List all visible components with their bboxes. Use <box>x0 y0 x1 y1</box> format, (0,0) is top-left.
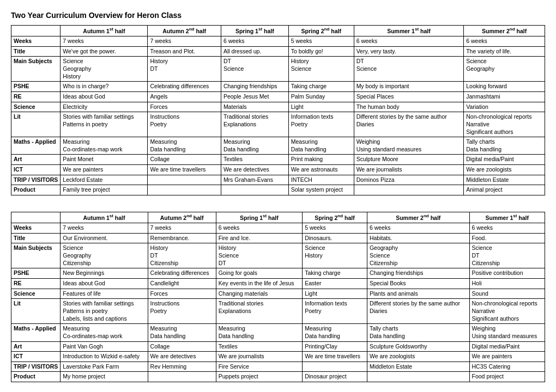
table-row: ArtPaint MonetCollageTextilesPrint makin… <box>11 155 545 165</box>
table-cell: Celebrating differences <box>148 268 216 279</box>
table-cell: Traditional storiesExplanations <box>216 299 302 324</box>
table-cell: Dinosaurs. <box>303 233 367 243</box>
row-label: Weeks <box>11 36 61 47</box>
table-cell <box>148 175 221 185</box>
column-header-5: Summer 1st half <box>354 26 464 36</box>
row-label: ICT <box>11 352 61 362</box>
table-cell: Sculpture Goldsworthy <box>367 341 469 352</box>
table-cell: INTECH <box>288 175 354 185</box>
table-cell: Middleton Estate <box>464 175 545 185</box>
table-cell: Rev Hemming <box>148 362 216 372</box>
table-cell: Dominos Pizza <box>354 175 464 185</box>
table-cell: DTScience <box>221 57 288 82</box>
table-cell: We are detectives <box>221 165 288 175</box>
table-cell: Angels <box>148 91 221 102</box>
table-cell: MeasuringData handling <box>288 137 354 155</box>
table-cell: GeographyScienceCitizenship <box>367 243 469 268</box>
header-empty <box>11 26 61 36</box>
table-cell <box>148 372 216 382</box>
table-cell: MeasuringData handling <box>148 324 216 341</box>
table-cell: Laverstoke Park Farm <box>61 362 148 372</box>
table-cell: Special Books <box>367 279 469 289</box>
table-cell: Paint Monet <box>61 155 148 165</box>
table-cell: MeasuringCo-ordinates-map work <box>61 137 148 155</box>
table-cell: Ideas about God <box>61 279 148 289</box>
column-header-1: Autumn 1st half <box>61 212 148 223</box>
table-cell: Features of life <box>61 289 148 299</box>
table-cell: InstructionsPoetry <box>148 299 216 324</box>
table-cell: Candlelight <box>148 279 216 289</box>
table-cell: We are detectives <box>148 352 216 362</box>
table-cell: Traditional storiesExplanations <box>221 112 288 137</box>
table-cell: Tally chartsData handling <box>367 324 469 341</box>
table-row: TRIP / VISITORSLaverstoke Park FarmRev H… <box>11 362 545 372</box>
table-cell: People Jesus Met <box>221 91 288 102</box>
table-cell <box>148 185 221 195</box>
table-cell: Introduction to Wizkid e-safety <box>61 352 148 362</box>
table-cell: We are painters <box>469 352 545 362</box>
table-cell: MeasuringData handling <box>216 324 302 341</box>
table-cell: My home project <box>61 372 148 382</box>
table-cell: MeasuringCo-ordinates-map work <box>61 324 148 341</box>
table-cell: 6 weeks <box>221 36 288 47</box>
table-cell: HistoryScienceDT <box>216 243 302 268</box>
table-cell: All dressed up. <box>221 46 288 57</box>
table-cell: Puppets project <box>216 372 302 382</box>
table-cell: We are painters <box>61 165 148 175</box>
table-cell: 7 weeks <box>61 223 148 234</box>
table-cell: Taking charge <box>288 82 354 92</box>
table-row: Maths - AppliedMeasuringCo-ordinates-map… <box>11 137 545 155</box>
table-cell: We are time travellers <box>303 352 367 362</box>
table-cell: Sculpture Moore <box>354 155 464 165</box>
table-cell: ScienceHistory <box>303 243 367 268</box>
row-label: Title <box>11 233 61 243</box>
table-cell: Changing materials <box>216 289 302 299</box>
table-cell: Mrs Graham-Evans <box>221 175 288 185</box>
table-cell: Food project <box>469 372 545 382</box>
table-cell: WeighingUsing standard measures <box>469 324 545 341</box>
table-cell: Collage <box>148 341 216 352</box>
table-cell: ScienceGeographyHistory <box>61 57 148 82</box>
table-cell: Food. <box>469 233 545 243</box>
table-row: LitStories with familiar settingsPattern… <box>11 112 545 137</box>
table-row: Weeks7 weeks7 weeks6 weeks5 weeks6 weeks… <box>11 223 545 234</box>
row-label: Art <box>11 155 61 165</box>
table-cell: We are journalists <box>354 165 464 175</box>
table-cell <box>303 362 367 372</box>
table-cell: Taking charge <box>303 268 367 279</box>
table-row: ICTIntroduction to Wizkid e-safetyWe are… <box>11 352 545 362</box>
row-label: Science <box>11 102 61 112</box>
table-cell: Electricity <box>61 102 148 112</box>
table-row: PSHENew BeginningsCelebrating difference… <box>11 268 545 279</box>
table-cell: Ideas about God <box>61 91 148 102</box>
table-row: TRIP / VISITORSLeckford EstateMrs Graham… <box>11 175 545 185</box>
table-cell: MeasuringData handling <box>221 137 288 155</box>
table-cell: Plants and animals <box>367 289 469 299</box>
table-cell: Non-chronological reportsNarrativeSignif… <box>469 299 545 324</box>
table-cell: WeighingUsing standard measures <box>354 137 464 155</box>
row-label: Main Subjects <box>11 57 61 82</box>
table-cell: Habitats. <box>367 233 469 243</box>
table-cell: Materials <box>221 102 288 112</box>
table-row: TitleOur Environment.Remembrance.Fire an… <box>11 233 545 243</box>
table-cell: Paint Van Gogh <box>61 341 148 352</box>
table-cell: DTScience <box>354 57 464 82</box>
table-row: Main SubjectsScienceGeographyHistoryHist… <box>11 57 545 82</box>
table-cell: Stories with familiar settingsPatterns i… <box>61 112 148 137</box>
table-cell: We are time travellers <box>148 165 221 175</box>
table-cell: Light <box>288 102 354 112</box>
column-header-5: Summer 2nd half <box>367 212 469 223</box>
row-label: Art <box>11 341 61 352</box>
page-title: Two Year Curriculum Overview for Heron C… <box>11 11 545 20</box>
table-row: REIdeas about GodCandlelightKey events i… <box>11 279 545 289</box>
row-label: Maths - Applied <box>11 324 61 341</box>
table-cell: Middleton Estate <box>367 362 469 372</box>
row-label: PSHE <box>11 268 61 279</box>
table-cell: MeasuringData handling <box>148 137 221 155</box>
table-row: ProductFamily tree projectSolar system p… <box>11 185 545 195</box>
table-cell: Information textsPoetry <box>303 299 367 324</box>
table-cell: Forces <box>148 102 221 112</box>
column-header-6: Summer 1st half <box>469 212 545 223</box>
table-cell: We've got the power. <box>61 46 148 57</box>
table-cell: 5 weeks <box>288 36 354 47</box>
